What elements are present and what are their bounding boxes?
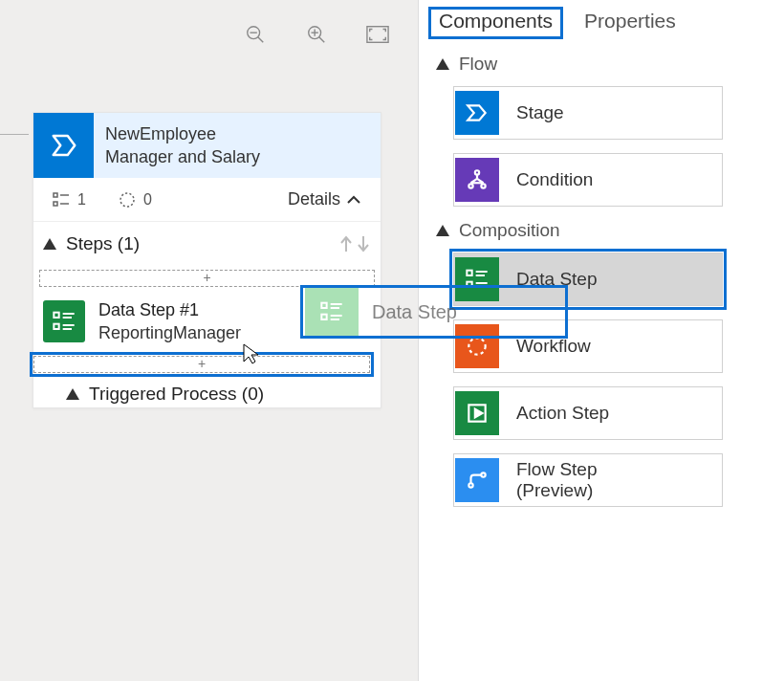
cycle-count-value: 0 [143, 191, 152, 209]
action-step-icon [455, 391, 499, 435]
stage-card[interactable]: NewEmployee Manager and Salary 1 0 Detai… [33, 112, 381, 408]
svg-point-42 [468, 338, 485, 354]
svg-line-4 [319, 37, 325, 43]
condition-icon [455, 158, 499, 202]
connector-edge [0, 134, 29, 135]
drop-zone-before[interactable]: + [39, 270, 375, 287]
section-flow-label: Flow [459, 54, 497, 75]
details-toggle[interactable]: Details [288, 189, 361, 209]
flow-step-line2: (Preview) [516, 480, 597, 501]
svg-point-46 [481, 472, 485, 476]
step-text: Data Step #1 ReportingManager [98, 298, 241, 344]
plus-icon: + [203, 270, 210, 285]
svg-rect-19 [54, 324, 58, 329]
canvas-toolbar [0, 17, 418, 52]
flow-step-icon [455, 458, 499, 502]
step-subtitle: ReportingManager [98, 321, 241, 344]
svg-marker-28 [468, 105, 485, 120]
zoom-out-button[interactable] [244, 23, 267, 46]
svg-rect-16 [54, 313, 58, 318]
svg-point-29 [475, 170, 479, 174]
cycle-count-stat: 0 [119, 191, 152, 209]
component-action-step[interactable]: Action Step [453, 386, 723, 440]
workflow-icon [455, 324, 499, 368]
zoom-in-button[interactable] [305, 23, 328, 46]
details-label: Details [288, 189, 340, 209]
component-data-step[interactable]: Data Step [453, 253, 723, 306]
design-canvas[interactable]: NewEmployee Manager and Salary 1 0 Detai… [0, 0, 418, 681]
svg-point-13 [120, 193, 134, 207]
triggered-label: Triggered Process (0) [89, 384, 264, 405]
stage-title-line1: NewEmployee [105, 122, 369, 145]
section-composition[interactable]: Composition [436, 220, 767, 241]
data-step-icon [43, 300, 85, 342]
plus-icon: + [198, 356, 206, 371]
tab-properties[interactable]: Properties [584, 10, 676, 36]
steps-title: Steps (1) [66, 233, 338, 254]
reorder-arrows[interactable] [338, 234, 371, 253]
component-workflow-label: Workflow [516, 336, 591, 357]
stage-icon [455, 91, 499, 135]
tab-components[interactable]: Components [428, 7, 563, 39]
svg-point-34 [468, 184, 472, 187]
component-condition[interactable]: Condition [453, 153, 723, 207]
stage-icon [33, 113, 94, 178]
steps-header[interactable]: Steps (1) [33, 222, 381, 264]
data-step-icon [455, 257, 499, 301]
step-title: Data Step #1 [98, 298, 241, 321]
svg-marker-8 [53, 136, 75, 155]
component-flow-step-label: Flow Step (Preview) [516, 459, 597, 501]
component-data-step-label: Data Step [516, 269, 598, 290]
component-flow-step[interactable]: Flow Step (Preview) [453, 453, 723, 507]
svg-rect-36 [467, 271, 471, 275]
svg-marker-44 [475, 409, 483, 418]
triangle-icon [436, 58, 449, 70]
svg-rect-9 [54, 193, 57, 197]
svg-rect-11 [54, 202, 57, 206]
stage-header[interactable]: NewEmployee Manager and Salary [33, 113, 381, 178]
components-panel: Components Properties Flow Stage Conditi… [418, 0, 784, 681]
list-count-stat: 1 [53, 191, 86, 209]
chevron-up-icon [346, 195, 361, 205]
component-stage-label: Stage [516, 102, 564, 123]
flow-step-line1: Flow Step [516, 459, 597, 480]
stage-stats: 1 0 Details [33, 178, 381, 222]
svg-point-45 [468, 483, 472, 487]
triangle-icon [436, 225, 449, 236]
triggered-process-header[interactable]: Triggered Process (0) [33, 379, 381, 407]
svg-line-1 [258, 37, 264, 43]
fit-screen-button[interactable] [366, 23, 389, 46]
svg-rect-39 [467, 282, 471, 287]
component-stage[interactable]: Stage [453, 86, 723, 140]
component-condition-label: Condition [516, 169, 593, 190]
panel-tabs: Components Properties [436, 10, 767, 36]
section-flow[interactable]: Flow [436, 54, 767, 75]
svg-point-35 [481, 184, 485, 187]
section-composition-label: Composition [459, 220, 560, 241]
stage-title: NewEmployee Manager and Salary [94, 113, 381, 178]
component-action-step-label: Action Step [516, 403, 609, 424]
component-workflow[interactable]: Workflow [453, 319, 723, 373]
list-count-value: 1 [77, 191, 86, 209]
triangle-icon [43, 238, 56, 250]
drop-zone-after[interactable]: + [33, 356, 370, 373]
stage-title-line2: Manager and Salary [105, 145, 369, 168]
triangle-icon [66, 388, 79, 400]
step-row[interactable]: Data Step #1 ReportingManager [33, 293, 381, 350]
